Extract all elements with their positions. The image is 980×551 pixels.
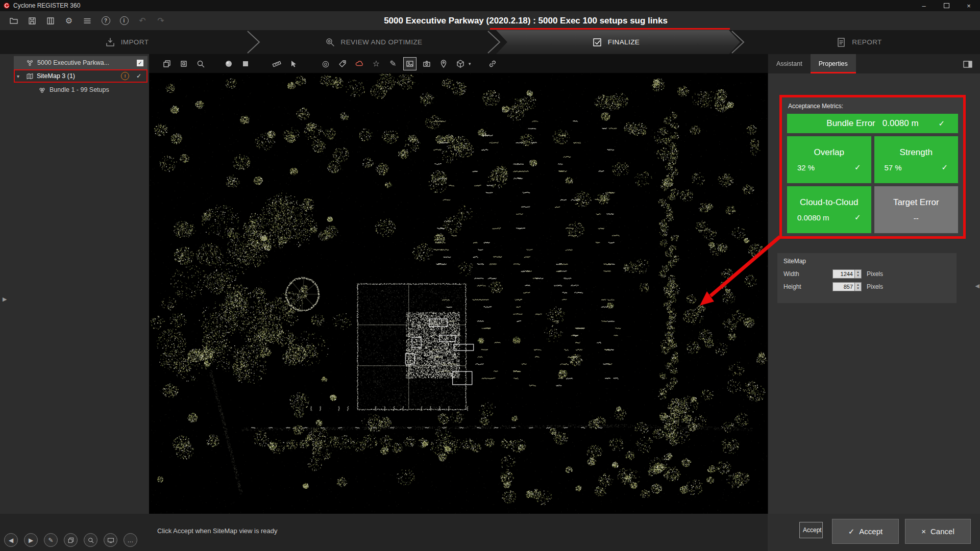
overlap-label: Overlap <box>814 147 844 158</box>
tab-import[interactable]: IMPORT <box>0 30 253 54</box>
save-project-icon[interactable] <box>26 14 39 28</box>
draw-icon[interactable]: ✎ <box>386 57 400 70</box>
panel-collapse-handle[interactable]: ◀ <box>975 283 979 289</box>
import-icon <box>105 37 116 48</box>
undo-icon[interactable]: ↶ <box>136 14 149 28</box>
acceptance-metrics-panel annotation-rect: Acceptance Metrics: Bundle Error 0.0080 … <box>779 95 966 239</box>
point-cloud-viewer[interactable]: ◎ ☆ ✎ ▾ <box>149 54 768 514</box>
warning-icon: ! <box>121 72 129 80</box>
link-icon[interactable] <box>486 57 499 70</box>
cloud-to-cloud-tile: Cloud-to-Cloud 0.0080 m ✓ <box>787 186 871 233</box>
tab-separator <box>730 30 746 54</box>
minimize-button[interactable]: – <box>913 0 935 11</box>
report-icon <box>836 37 847 48</box>
open-project-icon[interactable] <box>7 14 20 28</box>
info-icon[interactable]: i <box>117 14 131 28</box>
status-bar: Click Accept when SiteMap view is ready … <box>0 514 980 551</box>
copy-view-icon[interactable] <box>160 57 174 70</box>
width-stepper[interactable]: ▲▼ <box>855 269 862 279</box>
bundle-icon <box>38 86 46 94</box>
finalize-icon <box>592 37 603 48</box>
sitemap-icon <box>26 72 34 80</box>
tree-item-sitemap[interactable]: ▾ SiteMap 3 (1) ! ✓ <box>14 69 148 83</box>
list-icon[interactable] <box>81 14 94 28</box>
tab-assistant[interactable]: Assistant <box>768 54 811 73</box>
main-content: 5000 Executive Parkwa... ✓ ▾ SiteMap 3 (… <box>0 54 980 514</box>
measure-icon[interactable] <box>270 57 283 70</box>
sitemap-title: SiteMap <box>777 253 957 266</box>
cancel-button[interactable]: × Cancel <box>905 519 971 544</box>
bundle-error-label: Bundle Error <box>826 118 875 129</box>
window-controls: – × <box>913 0 980 11</box>
tab-finalize[interactable]: FINALIZE <box>494 30 738 54</box>
duplicate-view-icon[interactable] <box>177 57 190 70</box>
point-cloud-canvas[interactable] <box>149 54 768 514</box>
tag-icon[interactable] <box>336 57 349 70</box>
sidebar-collapse-handle[interactable]: ▶ <box>3 296 7 303</box>
zoom-icon[interactable] <box>84 533 97 547</box>
strength-tile: Strength 57 % ✓ <box>874 136 959 183</box>
target-error-label: Target Error <box>893 197 939 208</box>
project-header-title: 5000 Executive Parkway (2020.2.18) : 500… <box>327 11 725 30</box>
copy-pages-icon[interactable] <box>64 533 78 547</box>
chevron-down-icon[interactable]: ▾ <box>469 61 471 66</box>
overlap-value: 32 % <box>797 163 815 172</box>
tab-review-and-optimize[interactable]: REVIEW AND OPTIMIZE <box>253 30 494 54</box>
more-options-icon[interactable]: … <box>124 533 137 547</box>
height-input[interactable] <box>832 282 855 291</box>
tree-item-project[interactable]: 5000 Executive Parkwa... ✓ <box>14 56 148 69</box>
redo-icon[interactable]: ↷ <box>154 14 167 28</box>
cloud-icon[interactable] <box>353 57 366 70</box>
bundle-error-tile: Bundle Error 0.0080 m ✓ <box>787 114 958 133</box>
sitemap-height-row: Height ▲▼ Pixels <box>783 282 957 291</box>
zoom-window-icon[interactable] <box>194 57 207 70</box>
help-icon[interactable]: ? <box>99 14 112 28</box>
acceptance-metrics-title: Acceptance Metrics: <box>788 103 958 110</box>
cloud-to-cloud-value: 0.0080 m <box>797 213 829 222</box>
tab-report[interactable]: REPORT <box>738 30 980 54</box>
project-tree-sidebar: 5000 Executive Parkwa... ✓ ▾ SiteMap 3 (… <box>0 54 150 514</box>
previous-icon[interactable]: ◀ <box>4 533 18 547</box>
tree-item-label: SiteMap 3 (1) <box>37 72 75 80</box>
accept-button[interactable]: ✓ Accept <box>832 519 899 544</box>
pick-cursor-icon[interactable] <box>287 57 300 70</box>
tree-item-bundle[interactable]: Bundle 1 - 99 Setups <box>14 83 148 96</box>
check-icon: ✓ <box>136 72 141 80</box>
target-error-tile: Target Error -- <box>874 186 959 233</box>
width-input[interactable] <box>832 269 855 279</box>
next-icon[interactable]: ▶ <box>24 533 38 547</box>
view-cube-icon[interactable] <box>454 57 467 70</box>
check-icon: ✓ <box>938 119 945 128</box>
screen-icon[interactable] <box>104 533 117 547</box>
target-error-value: -- <box>914 214 919 222</box>
toolbar-tools: ⚙ ? i ↶ ↷ <box>7 14 167 28</box>
settings-gear-icon[interactable]: ⚙ <box>62 14 76 28</box>
close-icon: × <box>921 527 926 536</box>
right-panel: Assistant Properties Acceptance Metrics:… <box>768 54 980 514</box>
target-icon[interactable]: ◎ <box>319 57 332 70</box>
expander-icon[interactable]: ▾ <box>17 73 23 79</box>
app-toolbar: ⚙ ? i ↶ ↷ 5000 Executive Parkway (2020.2… <box>0 11 980 31</box>
panel-layout-icon[interactable] <box>961 58 974 71</box>
tab-properties[interactable]: Properties <box>811 54 856 73</box>
location-pin-icon[interactable] <box>437 57 450 70</box>
maximize-button[interactable] <box>935 0 958 11</box>
color-mode-icon[interactable] <box>222 57 235 70</box>
project-checkbox[interactable]: ✓ <box>137 60 143 66</box>
star-icon[interactable]: ☆ <box>370 57 383 70</box>
sitemap-width-row: Width ▲▼ Pixels <box>783 269 957 279</box>
title-bar: Cyclone REGISTER 360 – × <box>0 0 980 11</box>
project-icon <box>26 59 34 67</box>
height-stepper[interactable]: ▲▼ <box>855 282 862 291</box>
maximize-icon <box>944 3 949 8</box>
background-color-icon[interactable] <box>239 57 252 70</box>
accept-small-button[interactable]: Accept <box>799 522 823 538</box>
camera-icon[interactable] <box>420 57 433 70</box>
image-icon[interactable] <box>403 57 416 70</box>
check-icon: ✓ <box>941 163 948 172</box>
cloud-to-cloud-label: Cloud-to-Cloud <box>800 197 858 208</box>
edit-pen-icon[interactable]: ✎ <box>44 533 58 547</box>
tab-separator <box>246 30 261 54</box>
library-icon[interactable] <box>44 14 57 28</box>
close-button[interactable]: × <box>958 0 980 11</box>
